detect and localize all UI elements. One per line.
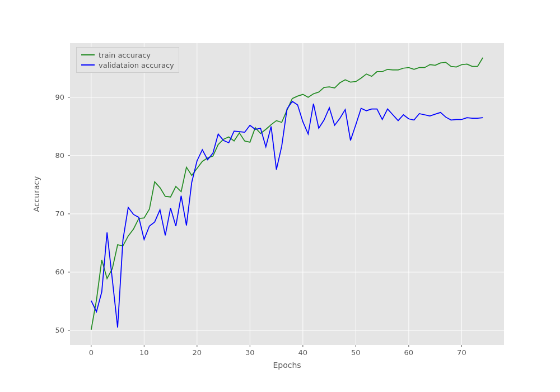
plot-svg: 010203040506070 5060708090 Epochs Accura… — [70, 43, 504, 345]
svg-text:70: 70 — [457, 348, 466, 357]
svg-text:40: 40 — [298, 348, 308, 357]
legend-label: validataion accuracy — [99, 61, 174, 69]
y-axis-label: Accuracy — [32, 176, 41, 212]
svg-text:80: 80 — [55, 151, 64, 160]
x-ticks: 010203040506070 — [89, 345, 466, 357]
x-grid — [91, 43, 462, 345]
svg-text:0: 0 — [89, 348, 94, 357]
x-axis-label: Epochs — [273, 361, 301, 370]
svg-text:30: 30 — [245, 348, 255, 357]
svg-text:20: 20 — [193, 348, 202, 357]
svg-text:50: 50 — [55, 326, 64, 334]
series-line-1 — [91, 101, 483, 328]
series-group — [91, 58, 483, 330]
svg-text:70: 70 — [55, 209, 64, 218]
svg-text:60: 60 — [404, 348, 414, 357]
svg-text:50: 50 — [351, 348, 361, 357]
plot-axes: 010203040506070 5060708090 Epochs Accura… — [70, 43, 504, 345]
svg-text:60: 60 — [55, 268, 64, 276]
legend: train accuracyvalidataion accuracy — [76, 47, 179, 73]
y-ticks: 5060708090 — [55, 93, 70, 334]
svg-text:90: 90 — [55, 93, 64, 101]
figure: 010203040506070 5060708090 Epochs Accura… — [0, 0, 560, 392]
series-line-0 — [91, 58, 483, 330]
legend-item-1: validataion accuracy — [81, 60, 174, 70]
svg-text:10: 10 — [139, 348, 149, 357]
y-grid — [70, 97, 504, 330]
legend-swatch — [81, 64, 95, 66]
legend-swatch — [81, 54, 95, 55]
legend-item-0: train accuracy — [81, 50, 174, 60]
legend-label: train accuracy — [99, 51, 151, 59]
